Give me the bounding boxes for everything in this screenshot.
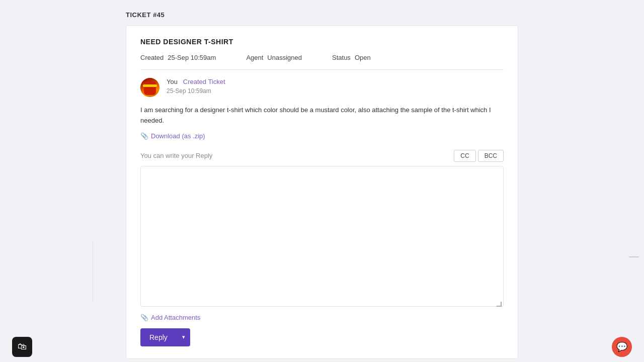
agent-value: Unassigned [267,54,302,61]
meta-status: Status Open [332,54,371,61]
meta-created: Created 25-Sep 10:59am [140,54,216,61]
right-panel-decoration [629,256,639,257]
download-text: Download (as .zip) [151,132,205,140]
shopify-icon[interactable]: 🛍 [12,337,32,357]
reply-area-header: You can write your Reply CC BCC [140,150,504,162]
paperclip-icon: 📎 [140,132,148,140]
reply-button[interactable]: Reply ▾ [140,328,190,346]
comment-meta: You Created Ticket [167,78,504,85]
ticket-title: NEED DESIGNER T-SHIRT [140,38,504,46]
resize-handle[interactable] [497,302,502,307]
reply-textarea[interactable] [140,166,504,307]
reply-button-label: Reply [140,328,177,346]
textarea-wrapper [140,166,504,309]
message-body: I am searching for a designer t-shirt wh… [140,105,504,126]
status-label: Status [332,54,351,61]
ticket-number: TICKET #45 [126,11,165,19]
comment-time: 25-Sep 10:59am [167,87,504,95]
meta-divider [140,69,504,70]
created-label: Created [140,54,164,61]
comment-you-label: You [167,78,178,85]
attachments-row: 📎 Add Attachments [140,314,504,321]
ticket-meta: Created 25-Sep 10:59am Agent Unassigned … [140,54,504,61]
cc-button[interactable]: CC [454,150,475,162]
avatar-image [140,78,159,97]
avatar [140,78,159,97]
reply-dropdown-arrow-icon[interactable]: ▾ [177,329,190,345]
agent-label: Agent [246,54,263,61]
meta-agent: Agent Unassigned [246,54,302,61]
chat-icon[interactable]: 💬 [612,337,632,357]
comment-section: You Created Ticket 25-Sep 10:59am [140,78,504,97]
created-value: 25-Sep 10:59am [168,54,216,61]
comment-action: Created Ticket [183,78,225,85]
shopify-bag-icon: 🛍 [18,341,27,352]
ticket-card: NEED DESIGNER T-SHIRT Created 25-Sep 10:… [126,25,518,359]
comment-content: You Created Ticket 25-Sep 10:59am [167,78,504,97]
cc-bcc-group: CC BCC [454,150,504,162]
bcc-button[interactable]: BCC [478,150,504,162]
attachment-paperclip-icon: 📎 [140,314,148,321]
right-sidebar-panel [606,241,644,302]
download-link[interactable]: 📎 Download (as .zip) [140,132,504,140]
status-value: Open [355,54,371,61]
reply-button-group: Reply ▾ [140,328,504,346]
add-attachments-link[interactable]: Add Attachments [151,314,200,321]
left-sidebar-panel [0,241,93,302]
chat-bubble-icon: 💬 [616,341,627,352]
reply-placeholder-text: You can write your Reply [140,152,212,159]
